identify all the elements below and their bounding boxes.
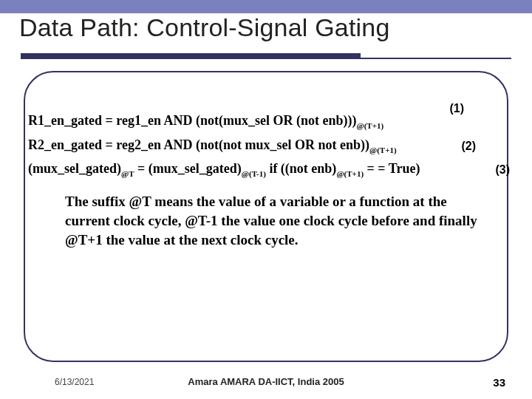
slide-title: Data Path: Control-Signal Gating: [19, 13, 513, 42]
equation-1-text: R1_en_gated = reg1_en AND (not(mux_sel O…: [28, 113, 356, 128]
equation-3-part-c: if ((not enb): [266, 161, 337, 176]
equation-1: R1_en_gated = reg1_en AND (not(mux_sel O…: [28, 111, 508, 135]
title-rule-thin: [21, 58, 511, 59]
equation-3-tag: (3): [495, 160, 510, 180]
equation-3: (mux_sel_gated)@T = (mux_sel_gated)@(T-1…: [28, 159, 508, 183]
equation-2-text: R2_en_gated = reg2_en AND (not(not mux_s…: [28, 137, 369, 152]
equation-2-subscript: @(T+1): [369, 145, 397, 154]
equation-3-part-b: = (mux_sel_gated): [134, 161, 242, 176]
equation-1-tag: (1): [449, 99, 464, 118]
equation-3-part-a: (mux_sel_gated): [28, 161, 121, 176]
footer-page-number: 33: [493, 376, 505, 389]
equation-1-subscript: @(T+1): [356, 121, 383, 130]
slide: Data Path: Control-Signal Gating R1_en_g…: [0, 0, 532, 399]
equation-3-sub-b: @(T-1): [242, 169, 266, 178]
equation-2: R2_en_gated = reg2_en AND (not(not mux_s…: [28, 135, 508, 160]
equation-3-sub-c: @(T+1): [336, 169, 364, 178]
equations-block: R1_en_gated = reg1_en AND (not(mux_sel O…: [28, 111, 508, 183]
equation-2-tag: (2): [461, 137, 476, 156]
equation-3-sub-a: @T: [121, 169, 134, 178]
footer-center: Amara AMARA DA-IICT, India 2005: [0, 376, 532, 387]
equation-3-part-d: = = True): [364, 161, 420, 176]
top-accent-bar: [0, 0, 532, 13]
explanation-text: The suffix @T means the value of a varia…: [65, 192, 479, 250]
